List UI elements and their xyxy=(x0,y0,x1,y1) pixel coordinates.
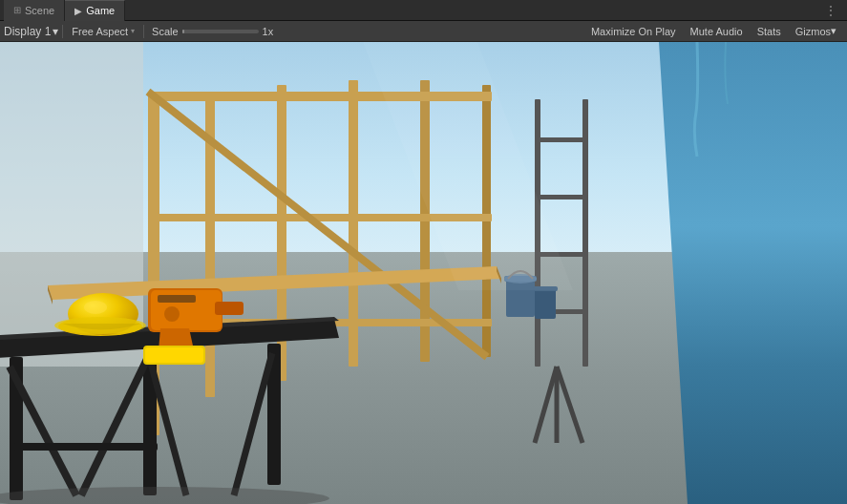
svg-rect-20 xyxy=(535,195,588,200)
tab-scene-label: Scene xyxy=(25,5,54,16)
mute-label: Mute Audio xyxy=(690,26,743,37)
display-caret: ▾ xyxy=(53,25,58,38)
svg-rect-52 xyxy=(535,288,556,319)
separator-2 xyxy=(143,25,144,38)
scale-label: Scale xyxy=(152,26,179,37)
display-label: Display 1 xyxy=(4,25,51,38)
game-viewport xyxy=(0,42,847,504)
game-toolbar: Display 1 ▾ Free Aspect ▾ Scale 1x Maxim… xyxy=(0,21,847,42)
aspect-selector[interactable]: Free Aspect ▾ xyxy=(67,23,139,40)
gizmos-caret: ▾ xyxy=(831,25,836,37)
maximize-label: Maximize On Play xyxy=(591,26,676,37)
svg-rect-19 xyxy=(535,137,588,142)
svg-rect-43 xyxy=(215,302,244,315)
scale-slider[interactable] xyxy=(182,30,259,33)
gizmos-label: Gizmos xyxy=(795,26,831,37)
scale-section: Scale 1x xyxy=(148,26,282,37)
stats-button[interactable]: Stats xyxy=(751,23,788,40)
svg-rect-47 xyxy=(158,295,196,303)
gizmos-button[interactable]: Gizmos ▾ xyxy=(789,23,843,40)
aspect-label: Free Aspect xyxy=(72,26,128,37)
stats-label: Stats xyxy=(757,26,781,37)
maximize-on-play-button[interactable]: Maximize On Play xyxy=(584,23,683,40)
separator-1 xyxy=(62,25,63,38)
tabs-bar: ⊞ Scene ▶ Game ⋮ xyxy=(0,0,847,21)
svg-marker-3 xyxy=(659,42,847,504)
tab-game[interactable]: ▶ Game xyxy=(65,0,125,21)
tab-scene[interactable]: ⊞ Scene xyxy=(4,0,65,21)
game-icon: ▶ xyxy=(74,6,82,16)
display-selector[interactable]: Display 1 ▾ xyxy=(4,25,58,38)
svg-rect-33 xyxy=(14,443,158,451)
mute-audio-button[interactable]: Mute Audio xyxy=(684,23,750,40)
scene-svg xyxy=(0,42,847,504)
scale-value: 1x xyxy=(263,26,278,37)
aspect-caret: ▾ xyxy=(131,27,135,35)
scale-slider-fill xyxy=(182,30,184,33)
more-tabs-button[interactable]: ⋮ xyxy=(818,3,843,18)
tab-game-label: Game xyxy=(86,5,115,16)
toolbar-right: Maximize On Play Mute Audio Stats Gizmos… xyxy=(584,23,843,40)
svg-point-40 xyxy=(84,301,107,314)
svg-rect-46 xyxy=(145,347,203,363)
svg-point-48 xyxy=(164,306,180,322)
scene-icon: ⊞ xyxy=(13,5,21,15)
